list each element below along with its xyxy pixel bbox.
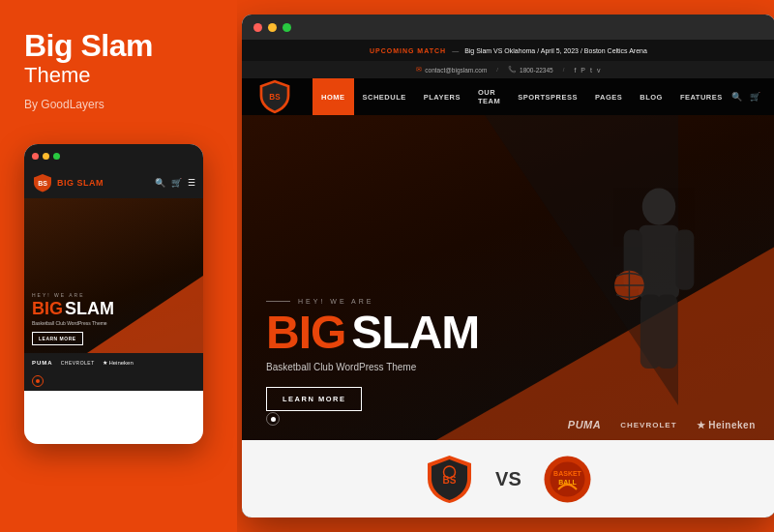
contact-separator-2: / [563, 67, 565, 73]
email-icon: ✉ [416, 66, 422, 74]
mobile-dot-green [53, 153, 60, 160]
vs-section: BS VS BASKET BALL [242, 440, 774, 517]
mobile-big-slam: BIG SLAM [32, 300, 195, 317]
phone-icon: 📞 [508, 66, 517, 74]
contact-separator: / [496, 67, 498, 73]
mobile-slide-dot [32, 375, 44, 387]
slider-dots [266, 412, 280, 426]
nav-logo: BS [256, 78, 293, 115]
learn-more-button[interactable]: LEARN MORE [266, 387, 362, 411]
hero-big: BIG [266, 310, 345, 356]
nav-link-blog[interactable]: BLOG [631, 78, 671, 115]
nav-link-players[interactable]: PLAYERS [415, 78, 469, 115]
mobile-search-icon[interactable]: 🔍 [155, 178, 165, 188]
mobile-menu-icon[interactable]: ☰ [188, 178, 195, 188]
nav-link-our-team[interactable]: OUR TEAM [469, 78, 509, 115]
nav-shield-icon: BS [256, 78, 293, 115]
browser-dot-green [283, 23, 291, 32]
mobile-slam: SLAM [65, 300, 114, 317]
mobile-shield-icon: BS [32, 172, 53, 193]
mobile-learn-more-button[interactable]: LEARN MORE [32, 332, 83, 345]
nav-link-pages[interactable]: PAGES [586, 78, 631, 115]
announcement-bar: UPCOMING MATCH — Big Slam VS Oklahoma / … [242, 40, 774, 61]
mobile-sponsors: PUMA CHEVROLET ★ Heineken [24, 353, 203, 371]
hero-title: BIG SLAM [266, 310, 751, 356]
sponsor-puma: PUMA [568, 419, 601, 430]
sponsor-chevrolet: CHEVROLET [620, 421, 676, 429]
mobile-mockup: BS BIG SLAM 🔍 🛒 ☰ HEY! WE ARE BIG SLAM [24, 144, 203, 444]
contact-bar: ✉ contact@bigslam.com / 📞 1800-22345 / f… [242, 61, 774, 78]
main-nav: BS HOME SCHEDULE PLAYERS OUR TEAM SPORTS… [242, 78, 774, 115]
twitter-icon[interactable]: t [590, 67, 592, 74]
mobile-slide-indicator [24, 371, 203, 391]
vimeo-icon[interactable]: v [597, 67, 601, 74]
browser-content: UPCOMING MATCH — Big Slam VS Oklahoma / … [242, 40, 774, 517]
hero-section: HEY! WE ARE BIG SLAM Basketball Club Wor… [242, 115, 774, 440]
mobile-nav: BS BIG SLAM 🔍 🛒 ☰ [24, 167, 203, 198]
mobile-top-bar [24, 144, 203, 167]
hero-slam: SLAM [351, 310, 479, 356]
mobile-tagline: Basketball Club WordPress Theme [32, 320, 195, 326]
nav-actions: 🔍 🛒 [731, 92, 760, 102]
browser-top-bar [242, 15, 774, 40]
cart-icon[interactable]: 🛒 [750, 92, 760, 102]
mobile-sponsor-chevrolet: CHEVROLET [61, 360, 95, 366]
contact-phone: 📞 1800-22345 [508, 66, 553, 74]
browser-dot-yellow [268, 23, 277, 32]
mobile-dot-yellow [43, 153, 49, 160]
mobile-logo-text: BIG SLAM [57, 178, 104, 188]
sponsors-bar: PUMA CHEVROLET ★ Heineken [568, 419, 756, 430]
mobile-hero: HEY! WE ARE BIG SLAM Basketball Club Wor… [24, 198, 203, 353]
vs-text: VS [495, 468, 521, 490]
hero-content: HEY! WE ARE BIG SLAM Basketball Club Wor… [242, 279, 774, 440]
theme-subtitle: Theme [24, 63, 213, 88]
svg-text:BASKET: BASKET [553, 470, 582, 477]
team1-logo: BS [423, 453, 476, 506]
theme-title: Big Slam [24, 29, 213, 63]
svg-point-2 [642, 189, 675, 225]
announcement-text: Big Slam VS Oklahoma / April 5, 2023 / B… [464, 47, 647, 54]
mobile-logo: BS BIG SLAM [32, 172, 104, 193]
pinterest-icon[interactable]: P [580, 67, 585, 74]
hero-tagline: Basketball Club WordPress Theme [266, 362, 751, 372]
mobile-dot-red [32, 153, 39, 160]
sponsor-heineken: ★ Heineken [697, 420, 756, 430]
team2-logo: BASKET BALL [541, 453, 594, 506]
browser-mockup: UPCOMING MATCH — Big Slam VS Oklahoma / … [242, 15, 774, 517]
nav-link-schedule[interactable]: SCHEDULE [354, 78, 415, 115]
mobile-sponsor-puma: PUMA [32, 360, 53, 366]
mobile-nav-icons: 🔍 🛒 ☰ [155, 178, 195, 188]
mobile-slide-dot-inner [36, 379, 40, 383]
slider-dot-inner [271, 417, 276, 422]
slider-dot-active[interactable] [266, 412, 280, 426]
browser-dot-red [253, 23, 262, 32]
mobile-hey-text: HEY! WE ARE [32, 292, 195, 298]
mobile-cart-icon[interactable]: 🛒 [171, 178, 182, 188]
facebook-icon[interactable]: f [574, 67, 576, 74]
announcement-label: UPCOMING MATCH [370, 47, 446, 54]
mobile-big: BIG [32, 300, 63, 317]
svg-text:BS: BS [38, 180, 47, 187]
svg-text:BS: BS [269, 93, 281, 102]
right-panel: UPCOMING MATCH — Big Slam VS Oklahoma / … [237, 0, 774, 532]
social-icons: f P t v [574, 67, 600, 74]
contact-email: ✉ contact@bigslam.com [416, 66, 487, 74]
left-panel: Big Slam Theme By GoodLayers BS BIG SLAM [0, 0, 237, 532]
hey-we-are: HEY! WE ARE [266, 298, 751, 305]
mobile-sponsor-heineken: ★ Heineken [103, 359, 134, 366]
nav-link-home[interactable]: HOME [313, 78, 354, 115]
nav-links: HOME SCHEDULE PLAYERS OUR TEAM SPORTSPRE… [313, 78, 731, 115]
hey-line [266, 301, 290, 302]
search-icon[interactable]: 🔍 [731, 92, 742, 102]
nav-link-sportspress[interactable]: SPORTSPRESS [509, 78, 586, 115]
theme-by: By GoodLayers [24, 98, 213, 111]
announcement-dash: — [452, 47, 459, 54]
nav-link-features[interactable]: FEATURES [671, 78, 731, 115]
